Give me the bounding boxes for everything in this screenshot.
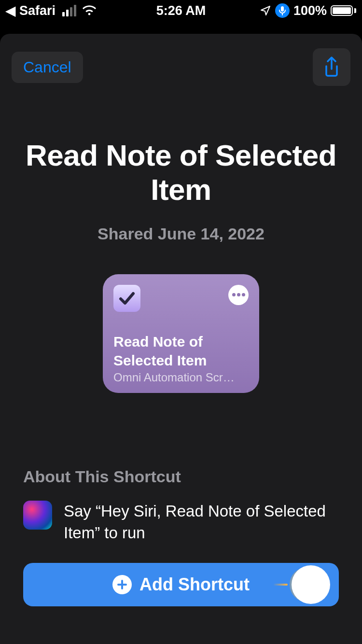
wifi-icon xyxy=(82,5,97,16)
omnifocus-app-icon xyxy=(113,285,140,312)
cancel-button[interactable]: Cancel xyxy=(12,52,83,83)
battery-percent-label: 100% xyxy=(293,3,327,18)
siri-hint-text: Say “Hey Siri, Read Note of Selected Ite… xyxy=(64,501,339,544)
cursor-indicator-icon xyxy=(292,565,330,604)
tile-title-label: Read Note of Selected Item xyxy=(113,332,249,370)
about-section: About This Shortcut Say “Hey Siri, Read … xyxy=(23,467,339,544)
status-right: 100% xyxy=(260,3,356,18)
back-chevron-icon[interactable]: ◀ xyxy=(6,4,15,17)
plus-circle-icon xyxy=(112,575,132,594)
add-shortcut-label: Add Shortcut xyxy=(139,574,250,595)
add-shortcut-button[interactable]: Add Shortcut xyxy=(23,563,339,606)
share-icon xyxy=(323,56,340,78)
siri-icon xyxy=(23,501,52,530)
tile-subtitle-label: Omni Automation Scr… xyxy=(113,371,249,384)
microphone-indicator-icon xyxy=(275,3,290,18)
status-left: ◀ Safari xyxy=(6,3,97,18)
sheet-header: Cancel xyxy=(12,48,350,86)
share-button[interactable] xyxy=(313,48,350,86)
status-time: 5:26 AM xyxy=(156,3,206,18)
shortcut-title: Read Note of Selected Item xyxy=(12,138,350,207)
battery-icon xyxy=(331,5,356,16)
back-to-app-label[interactable]: Safari xyxy=(19,3,56,18)
svg-rect-0 xyxy=(281,6,284,12)
shortcut-tile[interactable]: Read Note of Selected Item Omni Automati… xyxy=(103,274,259,393)
shared-date-label: Shared June 14, 2022 xyxy=(12,224,350,243)
location-icon xyxy=(260,5,271,16)
shortcut-detail-sheet: Cancel Read Note of Selected Item Shared… xyxy=(0,34,362,644)
about-heading: About This Shortcut xyxy=(23,467,339,486)
status-bar: ◀ Safari 5:26 AM 100% xyxy=(0,0,362,21)
tile-more-button[interactable] xyxy=(228,285,249,305)
cellular-signal-icon xyxy=(62,5,76,16)
